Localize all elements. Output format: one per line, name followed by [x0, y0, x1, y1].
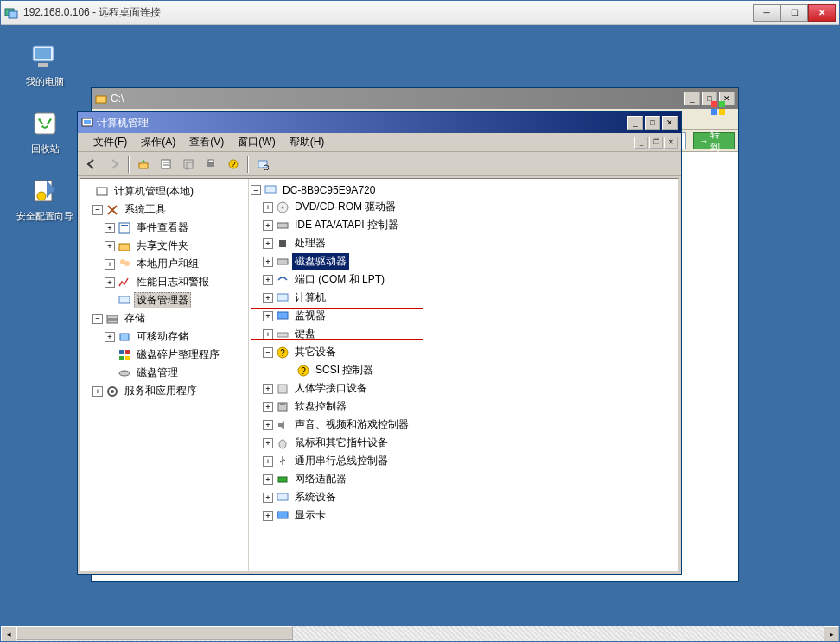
- menu-action[interactable]: 操作(A): [134, 133, 182, 151]
- expand-icon[interactable]: +: [105, 223, 115, 233]
- scan-button[interactable]: [252, 155, 273, 174]
- device-node-keyboards[interactable]: +键盘: [249, 325, 678, 343]
- help-button[interactable]: ?: [223, 155, 244, 174]
- tree-node-services-apps[interactable]: +服务和应用程序: [80, 382, 248, 400]
- child-minimize-button[interactable]: _: [634, 137, 648, 149]
- collapse-icon[interactable]: −: [263, 347, 273, 358]
- tree-node-root[interactable]: 计算机管理(本地): [80, 182, 248, 200]
- menu-view[interactable]: 查看(V): [182, 133, 231, 151]
- device-tree-root[interactable]: −DC-8B9C95E9A720: [249, 182, 678, 198]
- tree-node-shared-folders[interactable]: +共享文件夹: [80, 237, 248, 255]
- back-button[interactable]: [81, 155, 102, 174]
- expand-icon[interactable]: +: [263, 402, 273, 412]
- device-node-ports[interactable]: +端口 (COM 和 LPT): [249, 270, 678, 289]
- scroll-thumb[interactable]: [16, 626, 293, 640]
- device-node-computers[interactable]: +计算机: [249, 289, 678, 307]
- forward-button[interactable]: [104, 155, 124, 174]
- tree-node-removable[interactable]: +可移动存储: [80, 327, 248, 346]
- minimize-button[interactable]: _: [684, 92, 700, 105]
- minimize-button[interactable]: ─: [753, 4, 780, 22]
- expand-icon[interactable]: +: [263, 275, 273, 285]
- tree-node-storage[interactable]: −存储: [80, 309, 248, 327]
- desktop-icon-security-wizard[interactable]: 安全配置向导: [15, 175, 75, 223]
- expand-icon[interactable]: +: [105, 277, 115, 288]
- expand-icon[interactable]: +: [105, 241, 115, 251]
- expand-icon[interactable]: +: [263, 474, 273, 485]
- device-node-ide[interactable]: +IDE ATA/ATAPI 控制器: [249, 216, 678, 234]
- tree-node-disk-mgmt[interactable]: 磁盘管理: [80, 364, 248, 382]
- tree-node-perf-logs[interactable]: +性能日志和警报: [80, 273, 248, 291]
- child-close-button[interactable]: ✕: [664, 137, 678, 149]
- expand-icon[interactable]: +: [105, 259, 115, 270]
- device-node-disk-drive[interactable]: +磁盘驱动器: [249, 252, 678, 270]
- device-node-cpu[interactable]: +处理器: [249, 234, 678, 252]
- up-button[interactable]: [133, 155, 154, 174]
- tree-node-local-users[interactable]: +本地用户和组: [80, 255, 248, 273]
- expand-icon[interactable]: +: [263, 420, 273, 430]
- expand-icon[interactable]: +: [263, 438, 273, 448]
- properties-button[interactable]: [156, 155, 176, 174]
- explorer-title: C:\: [111, 92, 684, 105]
- collapse-icon[interactable]: −: [92, 314, 103, 324]
- mmc-titlebar[interactable]: 计算机管理 _ □ ✕: [78, 112, 681, 133]
- menu-file[interactable]: 文件(F): [86, 133, 134, 151]
- maximize-button[interactable]: ☐: [780, 4, 808, 22]
- device-node-scsi[interactable]: ?SCSI 控制器: [249, 361, 678, 379]
- close-button[interactable]: ✕: [662, 116, 678, 130]
- device-node-usb[interactable]: +通用串行总线控制器: [249, 452, 678, 470]
- device-node-system[interactable]: +系统设备: [249, 488, 678, 506]
- horizontal-scrollbar[interactable]: ◂ ▸: [1, 626, 839, 641]
- maximize-button[interactable]: □: [645, 116, 660, 130]
- menu-window[interactable]: 窗口(W): [231, 133, 282, 151]
- windows-flag-icon: [710, 99, 727, 117]
- explorer-titlebar[interactable]: C:\ _ □ ✕: [92, 88, 738, 109]
- expand-icon[interactable]: +: [263, 238, 273, 249]
- mmc-right-tree[interactable]: −DC-8B9C95E9A720 +DVD/CD-ROM 驱动器 +IDE AT…: [249, 179, 678, 571]
- computer-management-window[interactable]: 计算机管理 _ □ ✕ 文件(F) 操作(A) 查看(V) 窗口(W) 帮助(H…: [77, 111, 682, 575]
- expand-icon[interactable]: +: [263, 511, 273, 521]
- desktop-icon-my-computer[interactable]: 我的电脑: [15, 41, 75, 88]
- minimize-button[interactable]: _: [627, 116, 643, 130]
- expand-icon[interactable]: +: [263, 202, 273, 213]
- device-node-display[interactable]: +显示卡: [249, 506, 678, 524]
- expand-icon[interactable]: +: [263, 220, 273, 231]
- expand-icon[interactable]: +: [263, 493, 273, 503]
- expand-icon[interactable]: +: [263, 329, 273, 340]
- ide-icon: [276, 219, 290, 232]
- device-node-sound[interactable]: +声音、视频和游戏控制器: [249, 416, 678, 434]
- collapse-icon[interactable]: −: [251, 185, 261, 195]
- tree-node-device-manager[interactable]: 设备管理器: [80, 291, 248, 309]
- tree-node-defrag[interactable]: 磁盘碎片整理程序: [80, 346, 248, 364]
- scroll-left-button[interactable]: ◂: [1, 626, 16, 641]
- device-node-dvd[interactable]: +DVD/CD-ROM 驱动器: [249, 198, 678, 216]
- device-node-monitors[interactable]: +监视器: [249, 307, 678, 325]
- device-node-other-devices[interactable]: −?其它设备: [249, 343, 678, 361]
- desktop-icon-recycle-bin[interactable]: 回收站: [15, 108, 75, 156]
- expand-icon[interactable]: +: [263, 311, 273, 321]
- expand-icon[interactable]: +: [263, 293, 273, 303]
- go-button[interactable]: → 转到: [693, 132, 735, 149]
- child-restore-button[interactable]: ❐: [649, 137, 663, 149]
- device-node-network[interactable]: +网络适配器: [249, 470, 678, 488]
- expand-icon[interactable]: +: [92, 386, 103, 397]
- close-button[interactable]: ✕: [808, 4, 836, 22]
- device-node-mouse[interactable]: +鼠标和其它指针设备: [249, 434, 678, 452]
- expand-icon[interactable]: +: [263, 384, 273, 394]
- scroll-track[interactable]: [16, 626, 824, 641]
- device-node-hid[interactable]: +人体学接口设备: [249, 379, 678, 397]
- collapse-icon[interactable]: −: [92, 205, 103, 215]
- device-node-floppy[interactable]: +软盘控制器: [249, 397, 678, 416]
- print-button[interactable]: [200, 155, 221, 174]
- svg-rect-8: [96, 96, 106, 103]
- tree-node-event-viewer[interactable]: +事件查看器: [80, 219, 248, 237]
- rdp-titlebar[interactable]: 192.168.0.106 - 远程桌面连接 ─ ☐ ✕: [1, 1, 839, 25]
- expand-icon[interactable]: +: [263, 456, 273, 467]
- remote-desktop[interactable]: 我的电脑 回收站 安全配置向导 C:\ _ □ ✕: [1, 25, 839, 641]
- mmc-left-tree[interactable]: 计算机管理(本地) −系统工具 +事件查看器 +共享文件夹 +本地用户和组 +性…: [80, 179, 249, 571]
- expand-icon[interactable]: +: [105, 332, 115, 342]
- refresh-button[interactable]: [178, 155, 199, 174]
- tree-node-system-tools[interactable]: −系统工具: [80, 200, 248, 219]
- scroll-right-button[interactable]: ▸: [824, 626, 839, 641]
- expand-icon[interactable]: +: [263, 257, 273, 267]
- menu-help[interactable]: 帮助(H): [283, 133, 332, 151]
